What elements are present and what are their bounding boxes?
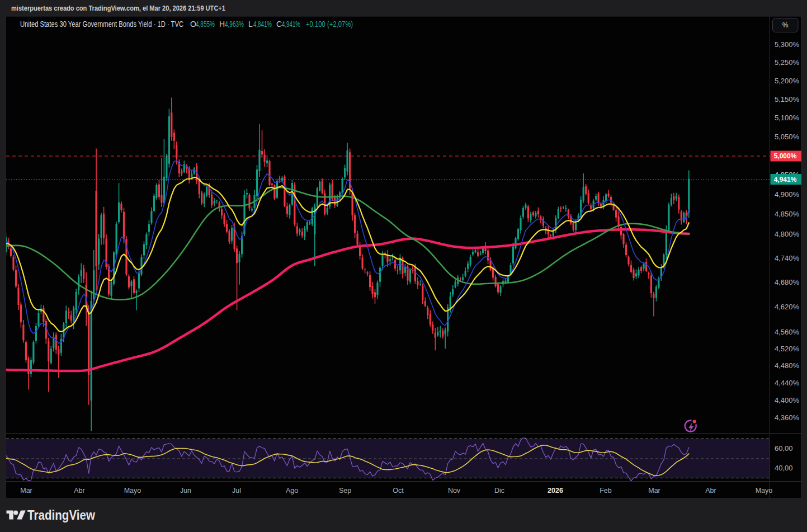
svg-text:Dic: Dic bbox=[494, 487, 504, 495]
svg-text:Jun: Jun bbox=[180, 487, 191, 495]
svg-text:+0,100 (+2,07%): +0,100 (+2,07%) bbox=[306, 20, 353, 29]
svg-text:Ago: Ago bbox=[286, 487, 298, 495]
svg-text:Sep: Sep bbox=[339, 487, 351, 495]
svg-text:4,855%: 4,855% bbox=[196, 20, 215, 29]
svg-text:Mayo: Mayo bbox=[124, 487, 141, 495]
svg-text:4,360%: 4,360% bbox=[775, 413, 800, 422]
svg-text:Nov: Nov bbox=[448, 487, 461, 495]
svg-text:4,620%: 4,620% bbox=[775, 303, 800, 311]
svg-text:Abr: Abr bbox=[74, 487, 84, 495]
svg-text:60,00: 60,00 bbox=[775, 444, 793, 453]
svg-text:5,000%: 5,000% bbox=[774, 152, 797, 160]
svg-text:4,800%: 4,800% bbox=[775, 230, 800, 238]
svg-text:4,963%: 4,963% bbox=[225, 20, 244, 29]
svg-text:L: L bbox=[248, 20, 253, 29]
svg-text:Abr: Abr bbox=[705, 487, 716, 495]
svg-text:Mar: Mar bbox=[648, 487, 660, 495]
svg-text:5,100%: 5,100% bbox=[775, 114, 800, 122]
svg-text:5,200%: 5,200% bbox=[775, 77, 800, 85]
svg-text:Oct: Oct bbox=[393, 487, 404, 495]
svg-text:5,250%: 5,250% bbox=[775, 58, 800, 67]
svg-text:4,941%: 4,941% bbox=[774, 176, 797, 183]
svg-text:4,440%: 4,440% bbox=[775, 379, 800, 387]
svg-text:Feb: Feb bbox=[600, 487, 612, 495]
svg-text:%: % bbox=[782, 21, 789, 29]
svg-text:4,400%: 4,400% bbox=[775, 396, 800, 404]
svg-text:40,00: 40,00 bbox=[775, 464, 793, 472]
svg-text:4,560%: 4,560% bbox=[775, 328, 800, 336]
svg-text:5,150%: 5,150% bbox=[775, 95, 800, 103]
svg-text:Mayo: Mayo bbox=[756, 487, 773, 495]
svg-text:2026: 2026 bbox=[548, 487, 563, 495]
svg-text:4,850%: 4,850% bbox=[775, 210, 800, 218]
svg-text:5,300%: 5,300% bbox=[775, 40, 800, 49]
svg-text:4,520%: 4,520% bbox=[775, 345, 800, 353]
svg-text:4,680%: 4,680% bbox=[775, 278, 800, 286]
svg-text:Jul: Jul bbox=[232, 487, 241, 495]
svg-text:5,050%: 5,050% bbox=[775, 133, 800, 141]
svg-text:4,900%: 4,900% bbox=[775, 190, 800, 199]
svg-text:United States 30 Year Governme: United States 30 Year Government Bonds Y… bbox=[20, 20, 183, 29]
svg-text:4,480%: 4,480% bbox=[775, 361, 800, 370]
svg-text:4,841%: 4,841% bbox=[253, 20, 272, 29]
svg-text:4,740%: 4,740% bbox=[775, 254, 800, 262]
svg-text:C: C bbox=[276, 20, 282, 29]
svg-text:misterpuertas creado con Tradi: misterpuertas creado con TradingView.com… bbox=[11, 4, 225, 12]
svg-text:Mar: Mar bbox=[20, 487, 32, 495]
svg-text:H: H bbox=[219, 20, 225, 29]
svg-text:TradingView: TradingView bbox=[27, 508, 95, 522]
svg-text:4,941%: 4,941% bbox=[282, 20, 300, 29]
